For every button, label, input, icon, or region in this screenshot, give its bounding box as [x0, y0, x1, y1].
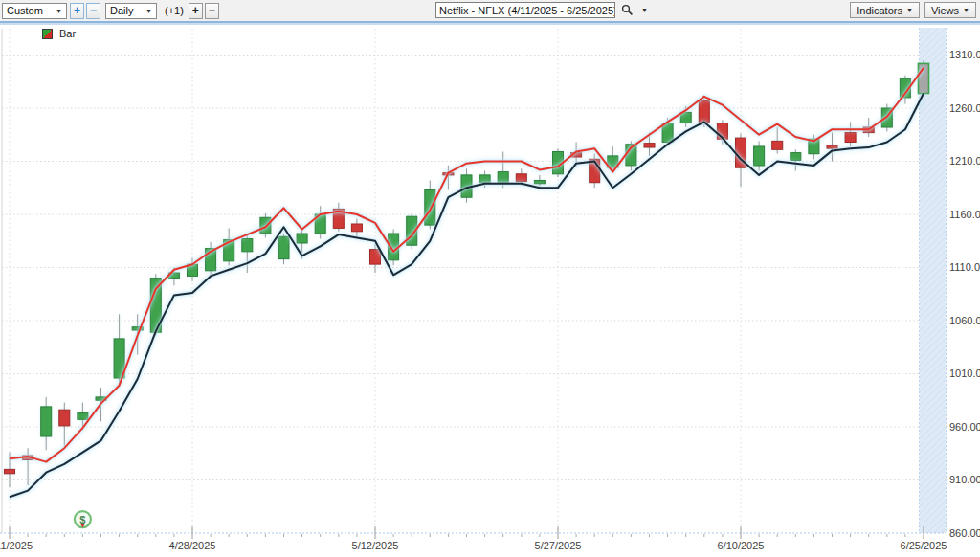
candle — [827, 145, 837, 148]
search-button[interactable]: ▼ — [621, 4, 648, 16]
candle — [41, 407, 52, 436]
indicators-label: Indicators — [857, 5, 902, 16]
candle — [845, 133, 856, 143]
toolbar-right: Indicators ▼ Views ▼ — [847, 2, 978, 18]
interval-select[interactable]: Daily ▼ — [105, 3, 157, 19]
y-axis-label: 1210.00 — [949, 155, 980, 167]
candle — [754, 146, 765, 166]
dollar-marker-icon: $ — [75, 511, 91, 528]
x-axis-label: 6/10/2025 — [718, 540, 765, 551]
zoom-out-button[interactable]: − — [86, 3, 100, 19]
candle — [699, 100, 709, 122]
y-axis-label: 1160.00 — [949, 209, 980, 220]
chevron-down-icon: ▼ — [963, 7, 969, 13]
chevron-down-icon: ▼ — [56, 8, 62, 14]
candle — [791, 153, 801, 161]
x-axis-label: 4/28/2025 — [169, 540, 216, 551]
x-axis-label: 4/11/2025 — [0, 540, 33, 551]
y-axis-label: 1010.00 — [949, 368, 980, 379]
y-axis-label: 1310.00 — [949, 49, 980, 60]
candle — [78, 413, 88, 420]
candle — [534, 181, 545, 184]
zoom-in-button[interactable]: + — [70, 3, 84, 19]
bar-series-icon — [42, 29, 53, 39]
svg-text:$: $ — [79, 514, 85, 525]
y-axis-label: 1110.00 — [949, 261, 980, 273]
chart-title-input[interactable]: Netflix - NFLX (4/11/2025 - 6/25/2025) — [435, 2, 615, 18]
search-icon — [621, 4, 634, 16]
toolbar: Custom ▼ + − Daily ▼ (+1) + − Netflix - … — [0, 0, 980, 21]
price-chart[interactable]: 860.00910.00960.001010.001060.001110.001… — [0, 25, 980, 557]
candle — [644, 144, 655, 147]
candle — [114, 339, 124, 378]
chart-area[interactable]: Bar 860.00910.00960.001010.001060.001110… — [0, 25, 980, 557]
candle — [680, 112, 691, 123]
increment-minus-button[interactable]: − — [205, 3, 219, 19]
views-button[interactable]: Views ▼ — [924, 2, 976, 18]
candle — [717, 123, 727, 140]
candlestick-series — [5, 60, 929, 487]
x-axis-label: 5/27/2025 — [535, 540, 582, 551]
candle — [370, 250, 381, 265]
upper-channel-line — [10, 68, 924, 462]
candle — [59, 410, 70, 426]
candle — [351, 224, 362, 232]
increment-plus-button[interactable]: + — [189, 3, 203, 19]
chevron-down-icon: ▼ — [906, 7, 913, 13]
chart-type-select[interactable]: Custom ▼ — [2, 3, 67, 19]
candle — [425, 190, 435, 226]
bars-increment-label: (+1) — [165, 5, 184, 16]
y-axis-label: 960.00 — [949, 421, 980, 433]
candle — [278, 236, 289, 258]
chart-type-value: Custom — [7, 5, 48, 16]
chevron-down-icon: ▼ — [641, 7, 648, 13]
y-axis-label: 1260.00 — [949, 102, 980, 114]
legend-label: Bar — [59, 28, 76, 39]
views-label: Views — [931, 5, 959, 16]
candle — [772, 141, 783, 149]
x-axis-label: 5/12/2025 — [352, 540, 399, 551]
legend: Bar — [42, 28, 76, 39]
candle — [479, 175, 490, 183]
candle — [5, 469, 15, 473]
candle — [260, 217, 271, 234]
y-axis-label: 910.00 — [949, 474, 980, 485]
candle — [498, 172, 508, 183]
lower-channel-line — [10, 94, 924, 498]
x-axis-label: 6/25/2025 — [901, 540, 947, 551]
selection-band — [920, 28, 947, 533]
y-axis-label: 1060.00 — [949, 315, 980, 326]
chevron-down-icon: ▼ — [145, 8, 152, 14]
candle — [516, 174, 526, 182]
indicators-button[interactable]: Indicators ▼ — [850, 2, 920, 18]
candle — [242, 239, 253, 252]
candle — [662, 123, 673, 143]
interval-value: Daily — [110, 5, 138, 16]
y-axis-label: 860.00 — [949, 527, 980, 539]
title-cluster: Netflix - NFLX (4/11/2025 - 6/25/2025) ▼ — [435, 2, 648, 18]
candle — [297, 234, 307, 243]
